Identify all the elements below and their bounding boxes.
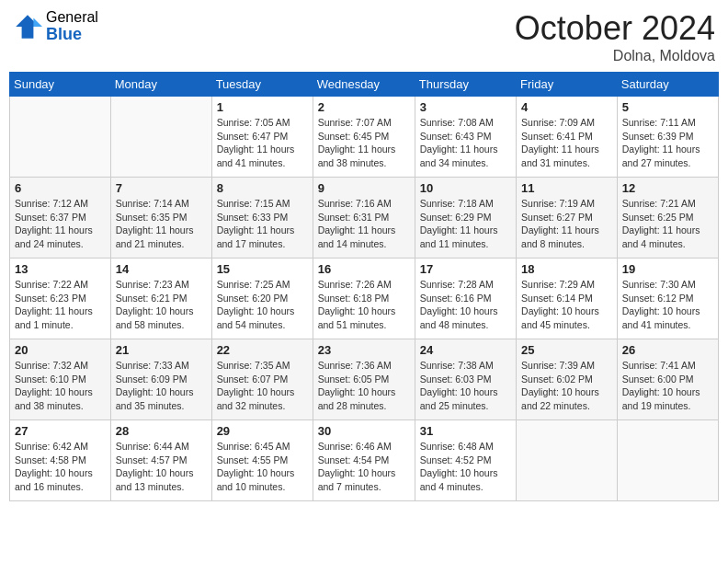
calendar-cell: 13Sunrise: 7:22 AM Sunset: 6:23 PM Dayli… <box>10 259 111 339</box>
calendar-week-1: 1Sunrise: 7:05 AM Sunset: 6:47 PM Daylig… <box>10 97 719 178</box>
calendar-cell <box>517 420 618 501</box>
calendar-week-3: 13Sunrise: 7:22 AM Sunset: 6:23 PM Dayli… <box>10 259 719 339</box>
day-number: 2 <box>318 100 410 114</box>
logo: General Blue <box>13 9 98 43</box>
calendar-cell: 16Sunrise: 7:26 AM Sunset: 6:18 PM Dayli… <box>313 259 415 339</box>
day-info: Sunrise: 7:33 AM Sunset: 6:09 PM Dayligh… <box>116 359 207 413</box>
calendar-cell: 7Sunrise: 7:14 AM Sunset: 6:35 PM Daylig… <box>110 178 211 259</box>
day-number: 17 <box>420 262 511 276</box>
calendar-week-5: 27Sunrise: 6:42 AM Sunset: 4:58 PM Dayli… <box>10 420 719 501</box>
day-info: Sunrise: 7:38 AM Sunset: 6:03 PM Dayligh… <box>420 359 511 413</box>
calendar-cell: 12Sunrise: 7:21 AM Sunset: 6:25 PM Dayli… <box>617 178 718 259</box>
day-number: 7 <box>116 181 207 195</box>
day-number: 26 <box>622 343 713 357</box>
header-saturday: Saturday <box>617 73 718 97</box>
calendar-cell: 8Sunrise: 7:15 AM Sunset: 6:33 PM Daylig… <box>211 178 313 259</box>
day-info: Sunrise: 7:15 AM Sunset: 6:33 PM Dayligh… <box>217 197 308 251</box>
day-info: Sunrise: 7:35 AM Sunset: 6:07 PM Dayligh… <box>217 359 308 413</box>
day-info: Sunrise: 6:46 AM Sunset: 4:54 PM Dayligh… <box>318 440 410 494</box>
day-info: Sunrise: 6:44 AM Sunset: 4:57 PM Dayligh… <box>116 440 207 494</box>
day-number: 27 <box>15 424 106 438</box>
day-number: 16 <box>318 262 410 276</box>
day-info: Sunrise: 7:12 AM Sunset: 6:37 PM Dayligh… <box>15 197 106 251</box>
day-number: 6 <box>15 181 106 195</box>
day-number: 20 <box>15 343 106 357</box>
calendar-cell: 3Sunrise: 7:08 AM Sunset: 6:43 PM Daylig… <box>415 97 516 178</box>
calendar-cell: 29Sunrise: 6:45 AM Sunset: 4:55 PM Dayli… <box>211 420 313 501</box>
calendar-week-4: 20Sunrise: 7:32 AM Sunset: 6:10 PM Dayli… <box>10 339 719 420</box>
month-title: October 2024 <box>515 9 715 48</box>
logo-blue: Blue <box>46 26 98 44</box>
page-header: General Blue October 2024 Dolna, Moldova <box>9 9 719 64</box>
day-info: Sunrise: 7:23 AM Sunset: 6:21 PM Dayligh… <box>116 278 207 332</box>
calendar-week-2: 6Sunrise: 7:12 AM Sunset: 6:37 PM Daylig… <box>10 178 719 259</box>
calendar-cell: 9Sunrise: 7:16 AM Sunset: 6:31 PM Daylig… <box>313 178 415 259</box>
day-number: 23 <box>318 343 410 357</box>
day-number: 25 <box>521 343 612 357</box>
day-info: Sunrise: 7:32 AM Sunset: 6:10 PM Dayligh… <box>15 359 106 413</box>
day-info: Sunrise: 7:30 AM Sunset: 6:12 PM Dayligh… <box>622 278 713 332</box>
location-title: Dolna, Moldova <box>515 48 715 64</box>
day-number: 9 <box>318 181 410 195</box>
header-friday: Friday <box>517 73 618 97</box>
calendar-cell: 5Sunrise: 7:11 AM Sunset: 6:39 PM Daylig… <box>617 97 718 178</box>
day-number: 4 <box>521 100 612 114</box>
day-number: 21 <box>116 343 207 357</box>
day-info: Sunrise: 7:25 AM Sunset: 6:20 PM Dayligh… <box>217 278 308 332</box>
calendar-cell: 27Sunrise: 6:42 AM Sunset: 4:58 PM Dayli… <box>10 420 111 501</box>
day-number: 28 <box>116 424 207 438</box>
day-info: Sunrise: 7:26 AM Sunset: 6:18 PM Dayligh… <box>318 278 410 332</box>
header-monday: Monday <box>110 73 211 97</box>
day-info: Sunrise: 7:11 AM Sunset: 6:39 PM Dayligh… <box>622 116 713 170</box>
calendar-cell: 1Sunrise: 7:05 AM Sunset: 6:47 PM Daylig… <box>211 97 313 178</box>
day-number: 30 <box>318 424 410 438</box>
calendar-cell: 31Sunrise: 6:48 AM Sunset: 4:52 PM Dayli… <box>415 420 516 501</box>
logo-general: General <box>46 9 98 26</box>
day-info: Sunrise: 7:18 AM Sunset: 6:29 PM Dayligh… <box>420 197 511 251</box>
calendar-cell: 21Sunrise: 7:33 AM Sunset: 6:09 PM Dayli… <box>110 339 211 420</box>
calendar-cell: 15Sunrise: 7:25 AM Sunset: 6:20 PM Dayli… <box>211 259 313 339</box>
day-info: Sunrise: 7:22 AM Sunset: 6:23 PM Dayligh… <box>15 278 106 332</box>
calendar-cell: 2Sunrise: 7:07 AM Sunset: 6:45 PM Daylig… <box>313 97 415 178</box>
calendar-cell: 20Sunrise: 7:32 AM Sunset: 6:10 PM Dayli… <box>10 339 111 420</box>
day-number: 10 <box>420 181 511 195</box>
day-info: Sunrise: 7:28 AM Sunset: 6:16 PM Dayligh… <box>420 278 511 332</box>
calendar-cell: 26Sunrise: 7:41 AM Sunset: 6:00 PM Dayli… <box>617 339 718 420</box>
calendar-cell: 23Sunrise: 7:36 AM Sunset: 6:05 PM Dayli… <box>313 339 415 420</box>
logo-text: General Blue <box>46 9 98 43</box>
day-info: Sunrise: 7:08 AM Sunset: 6:43 PM Dayligh… <box>420 116 511 170</box>
header-tuesday: Tuesday <box>211 73 313 97</box>
header-thursday: Thursday <box>415 73 516 97</box>
day-number: 31 <box>420 424 511 438</box>
calendar-header-row: SundayMondayTuesdayWednesdayThursdayFrid… <box>10 73 719 97</box>
day-number: 14 <box>116 262 207 276</box>
day-number: 13 <box>15 262 106 276</box>
calendar-cell: 17Sunrise: 7:28 AM Sunset: 6:16 PM Dayli… <box>415 259 516 339</box>
day-number: 29 <box>217 424 308 438</box>
day-number: 15 <box>217 262 308 276</box>
calendar-cell: 14Sunrise: 7:23 AM Sunset: 6:21 PM Dayli… <box>110 259 211 339</box>
header-wednesday: Wednesday <box>313 73 415 97</box>
calendar-table: SundayMondayTuesdayWednesdayThursdayFrid… <box>9 72 719 501</box>
day-info: Sunrise: 7:19 AM Sunset: 6:27 PM Dayligh… <box>521 197 612 251</box>
day-info: Sunrise: 7:16 AM Sunset: 6:31 PM Dayligh… <box>318 197 410 251</box>
day-number: 24 <box>420 343 511 357</box>
svg-marker-1 <box>33 17 42 27</box>
day-info: Sunrise: 7:05 AM Sunset: 6:47 PM Dayligh… <box>217 116 308 170</box>
calendar-cell: 19Sunrise: 7:30 AM Sunset: 6:12 PM Dayli… <box>617 259 718 339</box>
calendar-cell: 18Sunrise: 7:29 AM Sunset: 6:14 PM Dayli… <box>517 259 618 339</box>
day-number: 3 <box>420 100 511 114</box>
day-number: 11 <box>521 181 612 195</box>
calendar-cell <box>10 97 111 178</box>
header-sunday: Sunday <box>10 73 111 97</box>
calendar-cell: 24Sunrise: 7:38 AM Sunset: 6:03 PM Dayli… <box>415 339 516 420</box>
calendar-cell: 10Sunrise: 7:18 AM Sunset: 6:29 PM Dayli… <box>415 178 516 259</box>
day-info: Sunrise: 7:21 AM Sunset: 6:25 PM Dayligh… <box>622 197 713 251</box>
day-number: 18 <box>521 262 612 276</box>
calendar-cell: 30Sunrise: 6:46 AM Sunset: 4:54 PM Dayli… <box>313 420 415 501</box>
day-number: 5 <box>622 100 713 114</box>
day-info: Sunrise: 7:14 AM Sunset: 6:35 PM Dayligh… <box>116 197 207 251</box>
title-block: October 2024 Dolna, Moldova <box>515 9 715 64</box>
day-number: 22 <box>217 343 308 357</box>
day-info: Sunrise: 7:41 AM Sunset: 6:00 PM Dayligh… <box>622 359 713 413</box>
